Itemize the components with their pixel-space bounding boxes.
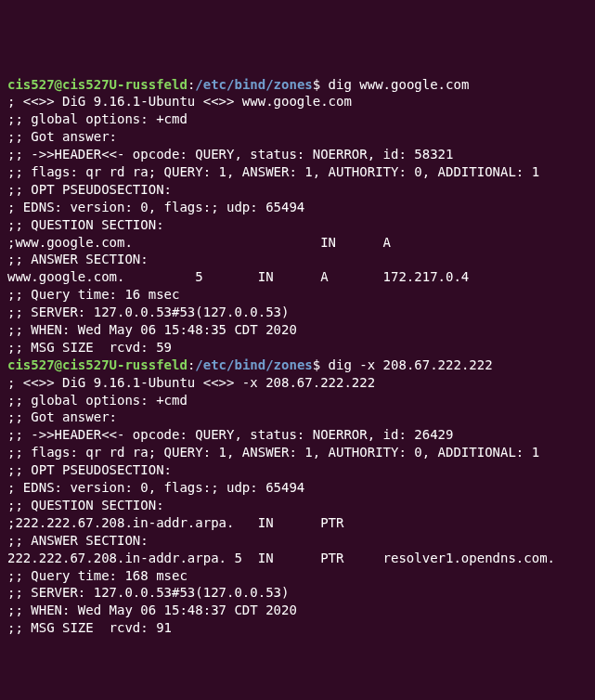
output-line: ;; global options: +cmd: [7, 110, 588, 128]
output-line: ;; ANSWER SECTION:: [7, 251, 588, 268]
terminal-output: cis527@cis527U-russfeld:/etc/bind/zones$…: [7, 76, 588, 638]
output-line: ;; MSG SIZE rcvd: 59: [7, 339, 588, 356]
output-line: ; <<>> DiG 9.16.1-Ubuntu <<>> -x 208.67.…: [7, 374, 588, 392]
output-line: ;; ->>HEADER<<- opcode: QUERY, status: N…: [7, 146, 588, 163]
output-line: ;; WHEN: Wed May 06 15:48:35 CDT 2020: [7, 321, 588, 339]
output-line: ;; Got answer:: [7, 128, 588, 146]
path: /etc/bind/zones: [195, 77, 312, 92]
output-line: ;; QUESTION SECTION:: [7, 497, 588, 514]
prompt-line-2[interactable]: cis527@cis527U-russfeld:/etc/bind/zones$…: [7, 356, 588, 374]
prompt-line-1[interactable]: cis527@cis527U-russfeld:/etc/bind/zones$…: [7, 76, 588, 94]
output-line: ;; global options: +cmd: [7, 392, 588, 409]
output-line: ; EDNS: version: 0, flags:; udp: 65494: [7, 199, 588, 216]
path: /etc/bind/zones: [195, 357, 312, 372]
output-line: ;; OPT PSEUDOSECTION:: [7, 461, 588, 479]
user-host: cis527@cis527U-russfeld: [7, 357, 188, 372]
output-line: ; EDNS: version: 0, flags:; udp: 65494: [7, 479, 588, 497]
output-line: ;; flags: qr rd ra; QUERY: 1, ANSWER: 1,…: [7, 163, 588, 181]
output-line: ;; OPT PSEUDOSECTION:: [7, 181, 588, 199]
user-host: cis527@cis527U-russfeld: [7, 77, 188, 92]
output-line: ; <<>> DiG 9.16.1-Ubuntu <<>> www.google…: [7, 93, 588, 110]
output-line: ;; WHEN: Wed May 06 15:48:37 CDT 2020: [7, 602, 588, 619]
output-line: ;; Got answer:: [7, 408, 588, 426]
output-line: ;; MSG SIZE rcvd: 91: [7, 619, 588, 637]
output-line: ;; Query time: 168 msec: [7, 567, 588, 585]
output-line: ;; QUESTION SECTION:: [7, 216, 588, 234]
output-line: 222.222.67.208.in-addr.arpa. 5 IN PTR re…: [7, 550, 588, 567]
output-line: ;; SERVER: 127.0.0.53#53(127.0.0.53): [7, 584, 588, 602]
output-line: ;; SERVER: 127.0.0.53#53(127.0.0.53): [7, 304, 588, 321]
output-line: www.google.com. 5 IN A 172.217.0.4: [7, 268, 588, 286]
output-line: ;222.222.67.208.in-addr.arpa. IN PTR: [7, 514, 588, 532]
dollar: $: [313, 77, 320, 92]
output-line: ;; flags: qr rd ra; QUERY: 1, ANSWER: 1,…: [7, 444, 588, 461]
output-line: ;www.google.com. IN A: [7, 234, 588, 252]
command-2: dig -x 208.67.222.222: [320, 357, 492, 372]
command-1: dig www.google.com: [320, 77, 469, 92]
output-line: ;; ->>HEADER<<- opcode: QUERY, status: N…: [7, 426, 588, 444]
output-line: ;; Query time: 16 msec: [7, 286, 588, 304]
dollar: $: [313, 357, 320, 372]
output-line: ;; ANSWER SECTION:: [7, 532, 588, 550]
